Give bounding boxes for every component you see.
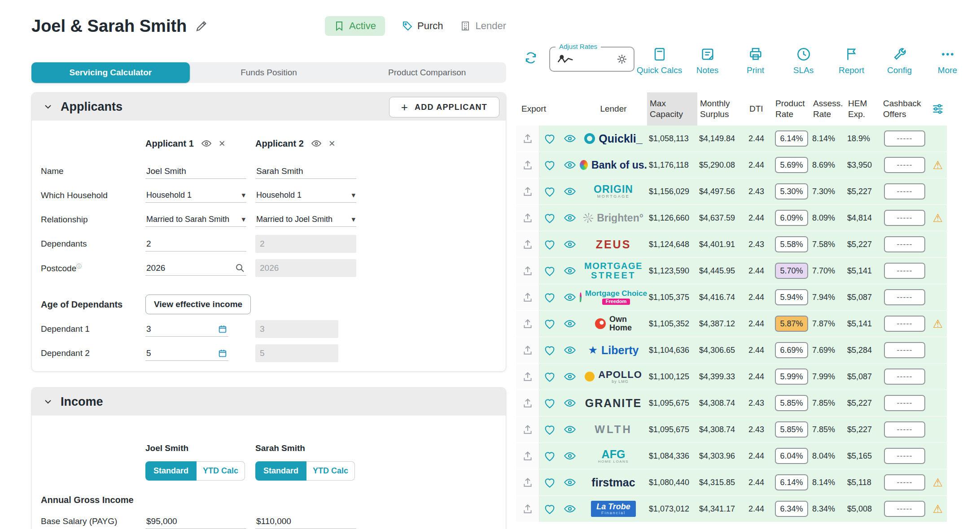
lender-logo[interactable]: Own Home <box>580 315 647 332</box>
postcode-search-button[interactable] <box>235 263 245 273</box>
ytd-calc-toggle[interactable]: YTD Calc <box>306 461 355 481</box>
preview-button[interactable] <box>564 503 576 515</box>
preview-button[interactable] <box>564 132 576 145</box>
lender-logo[interactable]: Bank of us. <box>580 160 647 170</box>
calendar-icon-button[interactable] <box>218 324 228 334</box>
preview-button[interactable] <box>564 159 576 171</box>
cashback-chip[interactable]: ----- <box>884 448 925 464</box>
lender-logo[interactable]: La Trobe Financial <box>580 501 647 517</box>
edit-title-button[interactable] <box>195 19 208 33</box>
header-product-rate[interactable]: Product Rate <box>773 98 810 120</box>
badge-purchase[interactable]: Purch <box>402 20 443 32</box>
product-rate-chip[interactable]: 6.04% <box>775 448 808 464</box>
dependants-input-applicant1[interactable] <box>145 237 246 251</box>
product-rate-chip[interactable]: 5.99% <box>775 369 808 385</box>
relationship-select-applicant2[interactable]: Married to Joel Smith▾ <box>255 212 356 227</box>
more-button[interactable]: More <box>923 44 971 75</box>
lender-logo[interactable]: Brighten° <box>580 212 647 223</box>
notes-button[interactable]: Notes <box>683 44 731 75</box>
preview-button[interactable] <box>564 476 576 489</box>
print-button[interactable]: Print <box>731 44 779 75</box>
product-rate-chip[interactable]: 5.70% <box>775 263 808 279</box>
cashback-chip[interactable]: ----- <box>884 263 925 279</box>
cashback-chip[interactable]: ----- <box>884 421 925 438</box>
lender-logo[interactable]: AFG HOME LOANS <box>580 448 647 464</box>
product-rate-chip[interactable]: 5.30% <box>775 183 808 199</box>
preview-button[interactable] <box>564 238 576 251</box>
header-assess-rate[interactable]: Assess. Rate <box>810 98 845 120</box>
favourite-button[interactable] <box>543 344 556 356</box>
export-upload-button[interactable] <box>522 424 534 435</box>
product-rate-chip[interactable]: 6.14% <box>775 474 808 490</box>
favourite-button[interactable] <box>543 503 556 515</box>
lender-logo[interactable]: Mortgage Choice Freedom <box>580 290 647 304</box>
preview-button[interactable] <box>564 423 576 436</box>
standard-toggle[interactable]: Standard <box>255 461 306 481</box>
header-cashback-offers[interactable]: Cashback Offers <box>880 98 929 120</box>
cashback-chip[interactable]: ----- <box>884 474 925 490</box>
export-upload-button[interactable] <box>522 477 534 488</box>
product-rate-chip[interactable]: 5.87% <box>775 316 808 332</box>
header-dti[interactable]: DTI <box>747 104 773 114</box>
base-salary-input-applicant2[interactable] <box>255 514 356 529</box>
lender-logo[interactable]: ORIGIN MORTGAGE <box>580 184 647 199</box>
favourite-button[interactable] <box>543 370 556 383</box>
export-upload-button[interactable] <box>522 133 534 144</box>
preview-button[interactable] <box>564 291 576 304</box>
cashback-chip[interactable]: ----- <box>884 236 925 252</box>
badge-lender[interactable]: Lender <box>460 20 506 32</box>
preview-button[interactable] <box>564 450 576 462</box>
header-max-capacity[interactable]: Max Capacity <box>647 92 697 126</box>
cashback-chip[interactable]: ----- <box>884 395 925 411</box>
product-rate-chip[interactable]: 6.34% <box>775 501 808 517</box>
lender-logo[interactable]: Liberty <box>580 344 647 356</box>
lender-logo[interactable]: APOLLO by LMG <box>580 369 647 384</box>
favourite-button[interactable] <box>543 132 556 145</box>
preview-button[interactable] <box>564 185 576 198</box>
preview-button[interactable] <box>564 370 576 383</box>
adjust-rates-control[interactable]: Adjust Rates <box>549 47 634 72</box>
favourite-button[interactable] <box>543 476 556 489</box>
tab-product-comparison[interactable]: Product Comparison <box>348 62 506 83</box>
config-button[interactable]: Config <box>875 44 923 75</box>
applicant2-view-button[interactable] <box>311 138 322 149</box>
favourite-button[interactable] <box>543 291 556 304</box>
lender-logo[interactable]: WLTH <box>580 424 647 435</box>
relationship-select-applicant1[interactable]: Married to Sarah Smith▾ <box>145 212 246 227</box>
export-upload-button[interactable] <box>522 318 534 330</box>
household-select-applicant2[interactable]: Household 1▾ <box>255 188 356 203</box>
lender-logo[interactable]: MORTGAGE STREET <box>580 261 647 280</box>
product-rate-chip[interactable]: 6.09% <box>775 210 808 226</box>
cashback-chip[interactable]: ----- <box>884 289 925 305</box>
preview-button[interactable] <box>564 344 576 356</box>
preview-button[interactable] <box>564 264 576 277</box>
export-upload-button[interactable] <box>522 397 534 409</box>
product-rate-chip[interactable]: 5.94% <box>775 289 808 305</box>
standard-toggle[interactable]: Standard <box>145 461 197 481</box>
export-upload-button[interactable] <box>522 159 534 171</box>
quick-calcs-button[interactable]: Quick Calcs <box>635 44 683 75</box>
applicant1-remove-button[interactable]: × <box>219 137 225 150</box>
favourite-button[interactable] <box>543 159 556 171</box>
cashback-chip[interactable]: ----- <box>884 501 925 517</box>
report-button[interactable]: Report <box>827 44 875 75</box>
product-rate-chip[interactable]: 5.85% <box>775 395 808 411</box>
favourite-button[interactable] <box>543 397 556 409</box>
cashback-chip[interactable]: ----- <box>884 316 925 332</box>
lender-logo[interactable]: GRANITE <box>580 397 647 409</box>
applicant1-view-button[interactable] <box>201 138 212 149</box>
add-applicant-button[interactable]: + ADD APPLICANT <box>389 97 499 117</box>
household-select-applicant1[interactable]: Household 1▾ <box>145 188 246 203</box>
export-upload-button[interactable] <box>522 291 534 303</box>
favourite-button[interactable] <box>543 212 556 224</box>
applicant2-remove-button[interactable]: × <box>329 137 335 150</box>
slas-button[interactable]: SLAs <box>779 44 827 75</box>
export-upload-button[interactable] <box>522 238 534 250</box>
product-rate-chip[interactable]: 6.69% <box>775 342 808 358</box>
product-rate-chip[interactable]: 5.58% <box>775 236 808 252</box>
adjust-settings-button[interactable] <box>617 54 627 65</box>
favourite-button[interactable] <box>543 450 556 462</box>
export-upload-button[interactable] <box>522 371 534 382</box>
view-effective-income-button[interactable]: View effective income <box>145 295 251 314</box>
favourite-button[interactable] <box>543 238 556 251</box>
